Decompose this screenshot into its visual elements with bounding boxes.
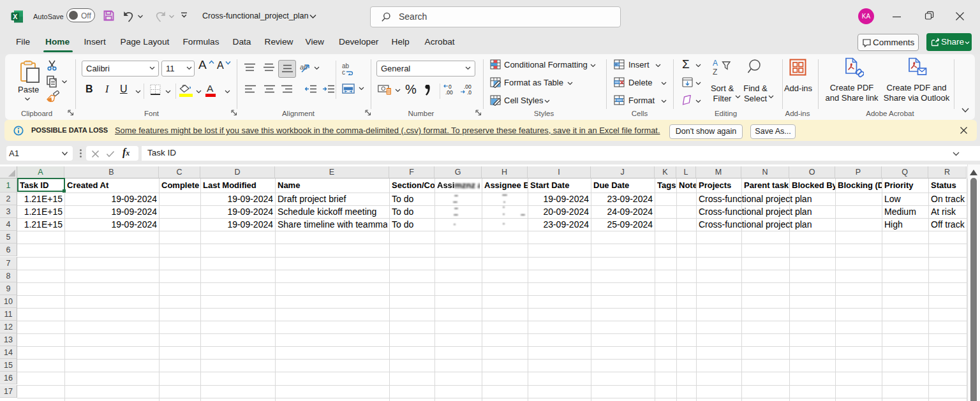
svg-text:A: A bbox=[713, 59, 718, 68]
svg-text:Z: Z bbox=[713, 68, 717, 77]
svg-text:c: c bbox=[342, 69, 345, 75]
svg-text:X: X bbox=[13, 13, 17, 20]
svg-text:.0: .0 bbox=[467, 89, 471, 95]
svg-text:.00: .00 bbox=[445, 89, 453, 95]
